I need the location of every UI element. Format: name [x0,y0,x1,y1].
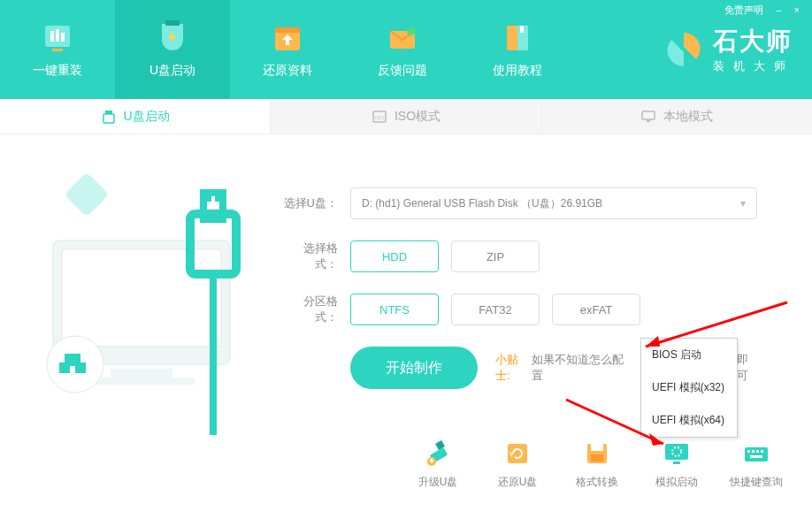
tab-iso-mode[interactable]: ISO ISO模式 [270,99,540,133]
action-label: 升级U盘 [418,475,458,490]
simulate-boot-menu: BIOS 启动 UEFI 模拟(x32) UEFI 模拟(x64) [640,338,738,438]
usb-icon [101,109,117,125]
svg-rect-2 [56,29,59,42]
upload-box-icon [266,20,309,56]
popup-bios-boot[interactable]: BIOS 启动 [641,339,737,371]
action-label: 还原U盘 [498,475,538,490]
partition-option-ntfs[interactable]: NTFS [350,294,439,325]
monitor-icon [640,109,656,125]
nav-usb-boot[interactable]: U盘启动 [115,0,230,99]
svg-rect-41 [591,454,603,461]
usb-illustration [35,161,265,444]
format-option-zip[interactable]: ZIP [451,240,540,272]
tab-label: 本地模式 [663,109,713,125]
svg-rect-27 [206,196,211,202]
action-label: 快捷键查询 [730,475,783,490]
svg-rect-45 [745,447,768,461]
keyboard-icon [739,438,774,469]
action-hotkey-query[interactable]: 快捷键查询 [727,438,785,490]
nav-label: 使用教程 [493,63,542,79]
shield-icon [151,20,194,56]
svg-rect-48 [756,450,759,453]
svg-rect-42 [665,444,688,460]
popup-uefi-x32[interactable]: UEFI 模拟(x32) [641,371,737,404]
nav-restore[interactable]: 还原资料 [230,0,345,99]
action-format-convert[interactable]: 格式转换 [568,438,626,490]
nav-feedback[interactable]: 反馈问题 [345,0,460,99]
window-controls: 免责声明 – × [712,0,812,19]
svg-rect-4 [52,49,63,51]
svg-rect-28 [215,196,220,202]
start-button[interactable]: 开始制作 [350,347,478,389]
svg-rect-1 [50,31,54,42]
bar-chart-icon [36,20,79,56]
bottom-actions: 升级U盘 还原U盘 格式转换 模拟启动 快捷键查询 [409,438,785,490]
svg-rect-23 [88,378,195,385]
nav-label: U盘启动 [149,63,195,79]
partition-row: 分区格式： NTFS FAT32 exFAT [283,294,759,325]
book-icon [496,20,539,56]
action-restore-usb[interactable]: 还原U盘 [488,438,547,490]
tab-label: U盘启动 [124,109,170,125]
partition-option-fat32[interactable]: FAT32 [451,294,540,325]
tab-label: ISO模式 [395,109,440,125]
nav-label: 反馈问题 [378,63,427,79]
nav-tutorial[interactable]: 使用教程 [460,0,575,99]
svg-rect-5 [165,20,180,26]
svg-rect-22 [111,369,172,378]
usb-dropdown[interactable]: D: (hd1) General USB Flash Disk （U盘）26.9… [350,187,757,219]
action-label: 格式转换 [576,475,618,490]
svg-text:ISO: ISO [375,115,385,120]
svg-rect-21 [62,249,221,347]
tip-text: 如果不知道怎么配置 [532,352,631,384]
format-row: 选择格式： HDD ZIP [283,240,759,272]
action-label: 模拟启动 [655,475,698,490]
popup-uefi-x64[interactable]: UEFI 模拟(x64) [641,404,737,437]
partition-label: 分区格式： [283,294,338,325]
usb-value: D: (hd1) General USB Flash Disk （U盘）26.9… [362,196,602,211]
restore-icon [500,438,535,469]
svg-rect-10 [507,26,519,50]
mail-icon [381,20,424,56]
svg-rect-17 [642,111,655,119]
svg-point-9 [407,27,416,35]
subtabs: U盘启动 ISO ISO模式 本地模式 [0,99,812,134]
tab-usb-boot[interactable]: U盘启动 [0,99,270,133]
close-button[interactable]: × [794,4,800,15]
svg-rect-18 [647,120,650,122]
nav-reinstall[interactable]: 一键重装 [0,0,115,99]
iso-icon: ISO [372,109,387,125]
svg-rect-40 [591,444,603,451]
partition-option-exfat[interactable]: exFAT [552,294,640,325]
content-area: 选择U盘： D: (hd1) General USB Flash Disk （U… [0,134,812,511]
tip-label: 小贴士: [495,352,532,384]
brand-title: 石大师 [713,25,794,58]
svg-rect-47 [752,450,755,453]
svg-rect-50 [750,455,762,458]
svg-rect-12 [520,26,524,33]
usb-label: 选择U盘： [283,195,338,211]
nav-label: 一键重装 [33,63,82,79]
save-icon [579,438,615,469]
svg-rect-49 [761,450,763,453]
svg-rect-7 [275,27,300,33]
brand-logo-icon [663,29,704,70]
svg-rect-3 [61,33,65,42]
monitor-loading-icon [659,438,694,469]
disclaimer-link[interactable]: 免责声明 [724,4,763,17]
svg-rect-19 [65,172,110,217]
brand-subtitle: 装机大师 [713,58,794,74]
usb-upgrade-icon [420,438,456,469]
svg-rect-14 [103,114,114,123]
svg-rect-46 [747,450,750,453]
action-simulate-boot[interactable]: 模拟启动 [647,438,706,490]
tab-local-mode[interactable]: 本地模式 [541,99,812,133]
usb-select-row: 选择U盘： D: (hd1) General USB Flash Disk （U… [283,187,759,219]
svg-rect-44 [673,461,680,464]
format-label: 选择格式： [283,240,338,272]
minimize-button[interactable]: – [776,4,781,15]
format-option-hdd[interactable]: HDD [350,240,439,272]
action-upgrade-usb[interactable]: 升级U盘 [409,438,467,490]
tip-text-2: 即可 [737,352,759,384]
main-nav: 一键重装 U盘启动 还原资料 反馈问题 使用教程 石大师 装机大师 [0,0,812,99]
